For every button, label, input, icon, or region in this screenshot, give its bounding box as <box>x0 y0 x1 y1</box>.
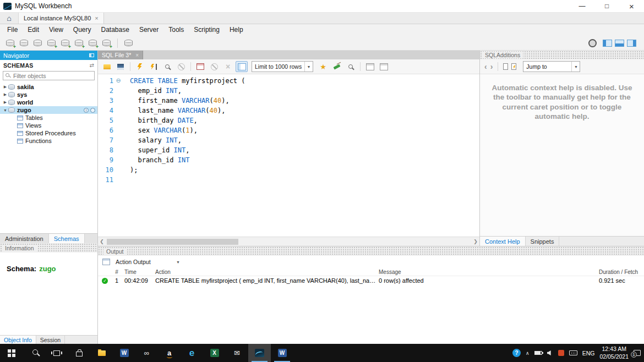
loop-app-icon[interactable]: ∞ <box>135 344 158 362</box>
help-icon[interactable] <box>512 349 521 357</box>
stop-query-icon[interactable] <box>175 61 187 72</box>
new-view-icon[interactable] <box>86 37 99 49</box>
menu-scripting[interactable]: Scripting <box>189 24 225 36</box>
execute-current-statement-icon[interactable] <box>148 61 160 72</box>
sidebar-tab-administration[interactable]: Administration <box>0 234 49 243</box>
schema-child-stored-procedures[interactable]: Stored Procedures <box>0 129 97 137</box>
output-col-time[interactable]: Time <box>123 269 154 275</box>
sql-code-editor[interactable]: 1234567891011 CREATE TABLE myfirstprojec… <box>98 74 479 237</box>
scrollbar-track[interactable] <box>106 239 472 245</box>
chevron-right-icon[interactable] <box>2 100 8 105</box>
code-text-area[interactable]: CREATE TABLE myfirstproject ( emp_id INT… <box>123 76 479 237</box>
mysql-workbench-app-icon[interactable] <box>248 344 271 362</box>
sqla-tab-context-help[interactable]: Context Help <box>480 237 526 246</box>
save-script-icon[interactable] <box>114 61 127 72</box>
close-button[interactable]: × <box>619 0 644 12</box>
menu-tools[interactable]: Tools <box>163 24 189 36</box>
task-view-button[interactable] <box>45 344 68 362</box>
maximize-button[interactable]: □ <box>594 0 619 12</box>
limit-rows-select[interactable]: Limit to 1000 rows <box>252 61 313 72</box>
forward-icon[interactable]: › <box>490 63 493 70</box>
mail-app-icon[interactable]: ✉ <box>226 344 248 362</box>
language-indicator[interactable]: ENG <box>582 350 595 356</box>
schema-inspect-icon[interactable] <box>90 108 95 113</box>
menu-query[interactable]: Query <box>68 24 96 36</box>
new-schema-icon[interactable] <box>58 37 72 49</box>
scroll-right-icon[interactable]: ❯ <box>472 239 479 244</box>
preferences-icon[interactable] <box>122 37 135 49</box>
toggle-invisible-chars-icon[interactable] <box>364 61 376 72</box>
menu-edit[interactable]: Edit <box>23 24 44 36</box>
notifications-icon[interactable]: 1 <box>634 350 641 356</box>
chevron-right-icon[interactable] <box>2 92 8 97</box>
auto-context-help-icon[interactable] <box>511 63 516 70</box>
fold-marker-icon[interactable] <box>116 77 121 84</box>
editor-tab-close-icon[interactable]: × <box>135 52 139 58</box>
menu-view[interactable]: View <box>44 24 68 36</box>
schema-child-functions[interactable]: Functions <box>0 137 97 145</box>
connection-tab-close-icon[interactable]: × <box>95 15 98 21</box>
new-script-icon[interactable] <box>45 37 58 49</box>
word-doc-app-icon[interactable]: W <box>271 344 293 362</box>
clock[interactable]: 12:43 AM 02/05/2021 <box>599 345 629 360</box>
dropdown-arrow-icon[interactable] <box>174 257 182 267</box>
word-app-icon[interactable]: W <box>113 344 135 362</box>
output-col-message[interactable]: Message <box>378 269 598 275</box>
sidebar-tab-schemas[interactable]: Schemas <box>49 234 85 243</box>
query-database-icon[interactable] <box>17 37 30 49</box>
output-row[interactable]: 100:42:09CREATE TABLE myfirstproject ( e… <box>98 276 644 285</box>
toggle-right-panel-icon[interactable] <box>627 40 636 47</box>
toggle-word-wrap-icon[interactable] <box>378 61 390 72</box>
refresh-schemas-icon[interactable] <box>90 62 94 68</box>
menu-file[interactable]: File <box>2 24 23 36</box>
manual-context-help-icon[interactable] <box>503 63 508 70</box>
file-explorer-app-icon[interactable] <box>90 344 113 362</box>
home-tab[interactable] <box>0 13 19 24</box>
schema-child-views[interactable]: Views <box>0 122 97 129</box>
connection-tab[interactable]: Local instance MySQL80 × <box>19 13 104 24</box>
toggle-result-grid-icon[interactable] <box>236 61 248 72</box>
new-procedure-icon[interactable] <box>100 37 113 49</box>
color-app-tray-icon[interactable] <box>558 350 564 356</box>
toggle-left-panel-icon[interactable] <box>603 40 612 47</box>
rollback-icon[interactable] <box>222 61 234 72</box>
execute-query-icon[interactable] <box>134 61 146 72</box>
explain-plan-icon[interactable] <box>161 61 173 72</box>
dropdown-arrow-icon[interactable] <box>571 62 580 72</box>
battery-icon[interactable] <box>534 351 542 355</box>
output-view-select[interactable]: Action Output <box>112 256 183 267</box>
output-col-duration-fetch[interactable]: Duration / Fetch <box>598 269 644 275</box>
search-button[interactable] <box>23 344 45 362</box>
scroll-left-icon[interactable]: ❮ <box>98 239 106 244</box>
find-icon[interactable] <box>345 61 357 72</box>
schema-item-sakila[interactable]: sakila <box>0 83 97 91</box>
edge-app-icon[interactable]: e <box>181 344 203 362</box>
schema-info-icon[interactable]: i <box>84 108 89 113</box>
chevron-right-icon[interactable] <box>2 85 8 89</box>
jump-to-select[interactable]: Jump to <box>523 61 580 72</box>
output-col-[interactable]: # <box>109 269 123 275</box>
chevron-down-icon[interactable] <box>2 108 8 112</box>
excel-app-icon[interactable]: X <box>203 344 226 362</box>
editor-tab-sql-file-3[interactable]: SQL File 3* × <box>98 51 143 59</box>
amazon-app-icon[interactable]: a <box>158 344 181 362</box>
beautify-script-icon[interactable] <box>317 61 329 72</box>
store-app-icon[interactable] <box>68 344 90 362</box>
collapse-panel-icon[interactable] <box>89 53 94 57</box>
back-icon[interactable]: ‹ <box>484 63 487 70</box>
menu-database[interactable]: Database <box>96 24 134 36</box>
filter-objects-input[interactable] <box>3 71 95 80</box>
open-script-icon[interactable] <box>101 61 113 72</box>
schema-item-world[interactable]: world <box>0 98 97 106</box>
footer-tab-session[interactable]: Session <box>36 336 65 344</box>
horizontal-scrollbar[interactable]: ❮ ❯ <box>98 237 479 246</box>
menu-server[interactable]: Server <box>134 24 163 36</box>
clear-query-icon[interactable] <box>331 61 343 72</box>
dropdown-arrow-icon[interactable] <box>304 62 313 72</box>
menu-help[interactable]: Help <box>225 24 248 36</box>
new-table-icon[interactable] <box>72 37 85 49</box>
toggle-bottom-panel-icon[interactable] <box>615 40 624 47</box>
keyboard-icon[interactable] <box>569 350 577 355</box>
footer-tab-object-info[interactable]: Object Info <box>0 336 36 344</box>
schema-item-sys[interactable]: sys <box>0 91 97 98</box>
